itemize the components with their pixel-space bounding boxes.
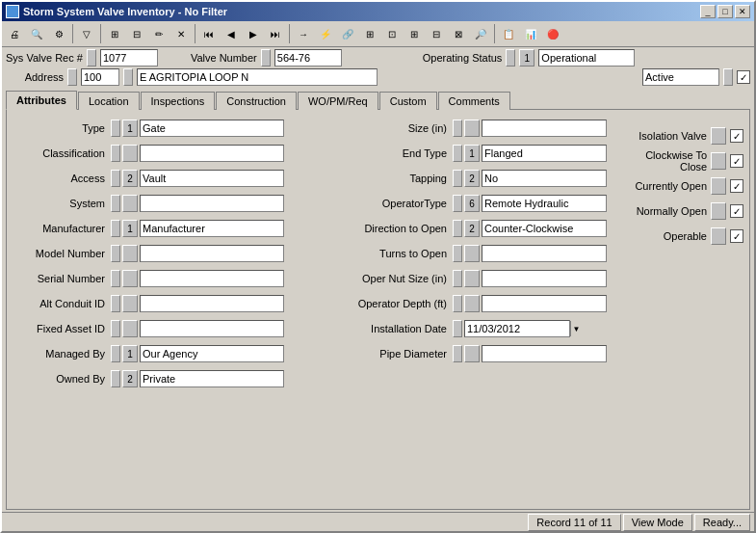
title-bar: Storm System Valve Inventory - No Filter… [2, 2, 754, 21]
tab-content: Type 1 Gate Classification Access [6, 109, 750, 510]
date-container: 11/03/2012 ▼ [464, 320, 582, 337]
valve-number-label: Valve Number [191, 52, 257, 64]
print-button[interactable]: 🔍 [26, 23, 47, 44]
nav-last[interactable]: ⏭ [265, 23, 286, 44]
installation-date-indicator [453, 320, 462, 337]
managed-by-indicator [111, 345, 120, 362]
owned-by-indicator [111, 370, 120, 387]
tapping-label: Tapping [340, 173, 451, 184]
classification-row: Classification [13, 143, 321, 164]
minimize-button[interactable]: _ [700, 5, 716, 18]
record-bar: Sys Valve Rec # Valve Number Operating S… [6, 49, 750, 67]
tab-comments[interactable]: Comments [438, 92, 510, 110]
tb-btn15[interactable]: 🔎 [470, 23, 491, 44]
tab-attributes[interactable]: Attributes [6, 91, 77, 110]
type-label: Type [13, 122, 109, 134]
operator-type-label: OperatorType [340, 198, 451, 209]
address-indicator2 [123, 68, 133, 86]
operator-depth-code [464, 295, 480, 312]
direction-indicator [453, 220, 462, 237]
operator-depth-label: Operator Depth (ft) [340, 298, 451, 309]
address-code-input[interactable] [81, 68, 119, 86]
tb-btn11[interactable]: ⊡ [381, 23, 403, 44]
new-button[interactable]: 🖨 [4, 23, 25, 44]
tb-btn14[interactable]: ⊠ [448, 23, 469, 44]
sys-valve-input[interactable] [100, 49, 158, 67]
isolation-valve-checkbox[interactable] [730, 129, 743, 143]
clockwise-row: Clockwise To Close [616, 150, 743, 172]
tabs-container: Attributes Location Inspections Construc… [6, 90, 750, 109]
valve-number-input[interactable] [274, 49, 342, 67]
system-indicator [111, 195, 120, 212]
active-input[interactable] [642, 68, 719, 86]
settings-button[interactable]: ⚙ [48, 23, 69, 44]
alt-conduit-id-row: Alt Conduit ID [13, 293, 321, 314]
installation-date-label: Installation Date [340, 323, 451, 334]
owned-by-value: Private [140, 370, 284, 387]
oper-nut-indicator [453, 270, 462, 287]
tb-btn16[interactable]: 📋 [498, 23, 519, 44]
operator-depth-indicator [453, 295, 462, 312]
type-value: Gate [140, 120, 284, 137]
type-row: Type 1 Gate [13, 118, 321, 139]
model-number-value [140, 245, 284, 262]
tb-btn5[interactable]: ✏ [148, 23, 169, 44]
nav-next[interactable]: ▶ [243, 23, 264, 44]
tab-location[interactable]: Location [78, 92, 140, 110]
turns-code [464, 245, 480, 262]
tb-btn7[interactable]: → [293, 23, 314, 44]
end-type-indicator [453, 145, 462, 162]
sep4 [289, 24, 290, 43]
tab-construction[interactable]: Construction [216, 92, 297, 110]
fixed-asset-id-indicator [111, 320, 120, 337]
operator-type-value: Remote Hydraulic [482, 195, 607, 212]
turns-value [482, 245, 607, 262]
tb-btn18[interactable]: 🔴 [542, 23, 563, 44]
size-label: Size (in) [340, 122, 451, 134]
filter-button[interactable]: ▽ [76, 23, 97, 44]
sep5 [494, 24, 495, 43]
classification-label: Classification [13, 147, 109, 159]
fixed-asset-id-value [140, 320, 284, 337]
close-button[interactable]: ✕ [735, 5, 750, 18]
turns-row: Turns to Open [340, 243, 607, 264]
normally-open-checkbox[interactable] [730, 204, 743, 218]
tab-custom[interactable]: Custom [379, 92, 437, 110]
address-value-input[interactable] [137, 68, 378, 86]
access-value: Vault [140, 170, 284, 187]
manufacturer-label: Manufacturer [13, 223, 109, 234]
tb-btn4[interactable]: ⊟ [126, 23, 147, 44]
size-code [464, 120, 480, 137]
pipe-diameter-value [482, 345, 607, 362]
tb-btn6[interactable]: ✕ [170, 23, 192, 44]
tb-btn9[interactable]: 🔗 [337, 23, 358, 44]
alt-conduit-id-value [140, 295, 284, 312]
tb-btn17[interactable]: 📊 [520, 23, 541, 44]
clockwise-indicator [711, 152, 726, 170]
title-bar-buttons: _ □ ✕ [700, 5, 750, 18]
direction-row: Direction to Open 2 Counter-Clockwise [340, 218, 607, 239]
operating-status-input[interactable] [538, 49, 635, 67]
maximize-button[interactable]: □ [717, 5, 733, 18]
nav-prev[interactable]: ◀ [221, 23, 242, 44]
date-dropdown-button[interactable]: ▼ [570, 321, 582, 336]
clockwise-label: Clockwise To Close [616, 149, 707, 173]
tapping-value: No [482, 170, 607, 187]
currently-open-checkbox[interactable] [730, 179, 743, 193]
valve-number-indicator [261, 49, 271, 67]
tab-inspections[interactable]: Inspections [141, 92, 216, 110]
tb-btn13[interactable]: ⊟ [426, 23, 447, 44]
tb-btn3[interactable]: ⊞ [104, 23, 125, 44]
toolbar: 🖨 🔍 ⚙ ▽ ⊞ ⊟ ✏ ✕ ⏮ ◀ ▶ ⏭ → ⚡ 🔗 ⊞ ⊡ ⊞ ⊟ ⊠ … [2, 21, 754, 47]
tab-wo-pm-req[interactable]: WO/PM/Req [298, 92, 378, 110]
clockwise-checkbox[interactable] [730, 154, 743, 168]
tb-btn12[interactable]: ⊞ [404, 23, 425, 44]
operable-checkbox[interactable] [730, 229, 743, 243]
nav-first[interactable]: ⏮ [198, 23, 220, 44]
tb-btn8[interactable]: ⚡ [315, 23, 336, 44]
active-checkbox[interactable] [737, 70, 750, 84]
fixed-asset-id-code [122, 320, 138, 337]
classification-code [122, 145, 138, 162]
tb-btn10[interactable]: ⊞ [359, 23, 380, 44]
window-title: Storm System Valve Inventory - No Filter [23, 6, 700, 17]
